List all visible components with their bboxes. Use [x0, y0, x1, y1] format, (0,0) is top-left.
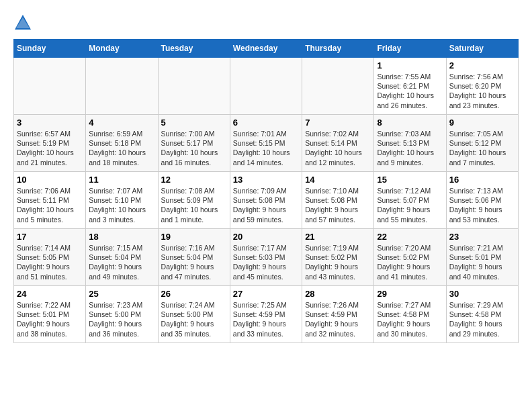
day-info: Sunrise: 6:59 AM Sunset: 5:18 PM Dayligh… — [89, 129, 154, 167]
day-number: 5 — [161, 118, 227, 128]
day-info: Sunrise: 7:26 AM Sunset: 4:59 PM Dayligh… — [305, 300, 371, 338]
day-info: Sunrise: 7:01 AM Sunset: 5:15 PM Dayligh… — [233, 129, 299, 167]
day-number: 27 — [233, 289, 299, 299]
day-of-week-header: Saturday — [446, 40, 518, 58]
day-info: Sunrise: 7:17 AM Sunset: 5:03 PM Dayligh… — [233, 243, 299, 281]
calendar-day-cell: 30Sunrise: 7:29 AM Sunset: 4:58 PM Dayli… — [446, 286, 518, 343]
calendar-week-row: 1Sunrise: 7:55 AM Sunset: 6:21 PM Daylig… — [14, 58, 519, 115]
calendar-day-cell — [230, 58, 302, 115]
calendar-day-cell: 15Sunrise: 7:12 AM Sunset: 5:07 PM Dayli… — [374, 172, 446, 229]
calendar-day-cell — [302, 58, 374, 115]
day-of-week-header: Wednesday — [230, 40, 302, 58]
day-info: Sunrise: 7:09 AM Sunset: 5:08 PM Dayligh… — [233, 186, 299, 224]
day-number: 2 — [449, 60, 515, 71]
day-number: 22 — [377, 232, 443, 242]
day-number: 18 — [89, 232, 154, 242]
day-info: Sunrise: 7:13 AM Sunset: 5:06 PM Dayligh… — [449, 186, 515, 224]
day-info: Sunrise: 7:08 AM Sunset: 5:09 PM Dayligh… — [161, 186, 227, 224]
day-info: Sunrise: 7:10 AM Sunset: 5:08 PM Dayligh… — [305, 186, 371, 224]
day-number: 26 — [161, 289, 227, 299]
logo-icon — [13, 13, 32, 32]
day-number: 15 — [377, 175, 443, 185]
calendar-day-cell: 9Sunrise: 7:05 AM Sunset: 5:12 PM Daylig… — [446, 115, 518, 172]
day-info: Sunrise: 7:16 AM Sunset: 5:04 PM Dayligh… — [161, 243, 227, 281]
day-info: Sunrise: 7:14 AM Sunset: 5:05 PM Dayligh… — [17, 243, 83, 281]
day-info: Sunrise: 7:24 AM Sunset: 5:00 PM Dayligh… — [161, 300, 227, 338]
logo — [13, 13, 35, 32]
calendar-day-cell: 4Sunrise: 6:59 AM Sunset: 5:18 PM Daylig… — [86, 115, 158, 172]
calendar-week-row: 24Sunrise: 7:22 AM Sunset: 5:01 PM Dayli… — [14, 286, 519, 343]
calendar-day-cell: 7Sunrise: 7:02 AM Sunset: 5:14 PM Daylig… — [302, 115, 374, 172]
day-info: Sunrise: 7:15 AM Sunset: 5:04 PM Dayligh… — [89, 243, 154, 281]
day-number: 17 — [17, 232, 83, 242]
day-number: 8 — [377, 118, 443, 128]
day-info: Sunrise: 7:25 AM Sunset: 4:59 PM Dayligh… — [233, 300, 299, 338]
day-info: Sunrise: 7:03 AM Sunset: 5:13 PM Dayligh… — [377, 129, 443, 167]
day-number: 1 — [377, 60, 443, 71]
day-number: 13 — [233, 175, 299, 185]
calendar-day-cell: 24Sunrise: 7:22 AM Sunset: 5:01 PM Dayli… — [14, 286, 86, 343]
day-info: Sunrise: 7:12 AM Sunset: 5:07 PM Dayligh… — [377, 186, 443, 224]
day-of-week-header: Monday — [86, 40, 158, 58]
day-number: 10 — [17, 175, 83, 185]
calendar-week-row: 10Sunrise: 7:06 AM Sunset: 5:11 PM Dayli… — [14, 172, 519, 229]
day-info: Sunrise: 7:19 AM Sunset: 5:02 PM Dayligh… — [305, 243, 371, 281]
calendar-day-cell — [158, 58, 230, 115]
day-number: 12 — [161, 175, 227, 185]
calendar-day-cell — [86, 58, 158, 115]
day-info: Sunrise: 7:56 AM Sunset: 6:20 PM Dayligh… — [449, 72, 515, 110]
day-info: Sunrise: 7:23 AM Sunset: 5:00 PM Dayligh… — [89, 300, 154, 338]
day-info: Sunrise: 7:07 AM Sunset: 5:10 PM Dayligh… — [89, 186, 154, 224]
calendar-day-cell: 13Sunrise: 7:09 AM Sunset: 5:08 PM Dayli… — [230, 172, 302, 229]
calendar-day-cell: 19Sunrise: 7:16 AM Sunset: 5:04 PM Dayli… — [158, 229, 230, 286]
day-info: Sunrise: 7:00 AM Sunset: 5:17 PM Dayligh… — [161, 129, 227, 167]
calendar-day-cell: 1Sunrise: 7:55 AM Sunset: 6:21 PM Daylig… — [374, 58, 446, 115]
day-info: Sunrise: 7:22 AM Sunset: 5:01 PM Dayligh… — [17, 300, 83, 338]
calendar-day-cell: 20Sunrise: 7:17 AM Sunset: 5:03 PM Dayli… — [230, 229, 302, 286]
svg-marker-1 — [16, 17, 30, 28]
calendar-day-cell: 8Sunrise: 7:03 AM Sunset: 5:13 PM Daylig… — [374, 115, 446, 172]
calendar-day-cell: 10Sunrise: 7:06 AM Sunset: 5:11 PM Dayli… — [14, 172, 86, 229]
calendar-day-cell: 5Sunrise: 7:00 AM Sunset: 5:17 PM Daylig… — [158, 115, 230, 172]
calendar-day-cell: 17Sunrise: 7:14 AM Sunset: 5:05 PM Dayli… — [14, 229, 86, 286]
day-info: Sunrise: 6:57 AM Sunset: 5:19 PM Dayligh… — [17, 129, 83, 167]
day-number: 30 — [449, 289, 515, 299]
calendar-day-cell: 12Sunrise: 7:08 AM Sunset: 5:09 PM Dayli… — [158, 172, 230, 229]
calendar-table: SundayMondayTuesdayWednesdayThursdayFrid… — [13, 39, 519, 343]
day-of-week-header: Friday — [374, 40, 446, 58]
day-number: 24 — [17, 289, 83, 299]
calendar-day-cell: 6Sunrise: 7:01 AM Sunset: 5:15 PM Daylig… — [230, 115, 302, 172]
day-number: 9 — [449, 118, 515, 128]
day-of-week-header: Thursday — [302, 40, 374, 58]
day-number: 14 — [305, 175, 371, 185]
day-number: 7 — [305, 118, 371, 128]
calendar-day-cell: 11Sunrise: 7:07 AM Sunset: 5:10 PM Dayli… — [86, 172, 158, 229]
calendar-day-cell: 25Sunrise: 7:23 AM Sunset: 5:00 PM Dayli… — [86, 286, 158, 343]
calendar-day-cell: 16Sunrise: 7:13 AM Sunset: 5:06 PM Dayli… — [446, 172, 518, 229]
calendar-day-cell: 21Sunrise: 7:19 AM Sunset: 5:02 PM Dayli… — [302, 229, 374, 286]
day-info: Sunrise: 7:02 AM Sunset: 5:14 PM Dayligh… — [305, 129, 371, 167]
calendar-week-row: 17Sunrise: 7:14 AM Sunset: 5:05 PM Dayli… — [14, 229, 519, 286]
page-header — [13, 13, 519, 32]
day-number: 3 — [17, 118, 83, 128]
calendar-day-cell: 22Sunrise: 7:20 AM Sunset: 5:02 PM Dayli… — [374, 229, 446, 286]
day-number: 6 — [233, 118, 299, 128]
day-number: 21 — [305, 232, 371, 242]
day-number: 23 — [449, 232, 515, 242]
calendar-day-cell — [14, 58, 86, 115]
day-number: 4 — [89, 118, 154, 128]
day-info: Sunrise: 7:20 AM Sunset: 5:02 PM Dayligh… — [377, 243, 443, 281]
day-of-week-header: Tuesday — [158, 40, 230, 58]
calendar-day-cell: 28Sunrise: 7:26 AM Sunset: 4:59 PM Dayli… — [302, 286, 374, 343]
day-number: 20 — [233, 232, 299, 242]
day-number: 19 — [161, 232, 227, 242]
calendar-day-cell: 29Sunrise: 7:27 AM Sunset: 4:58 PM Dayli… — [374, 286, 446, 343]
calendar-day-cell: 23Sunrise: 7:21 AM Sunset: 5:01 PM Dayli… — [446, 229, 518, 286]
day-info: Sunrise: 7:06 AM Sunset: 5:11 PM Dayligh… — [17, 186, 83, 224]
calendar-day-cell: 26Sunrise: 7:24 AM Sunset: 5:00 PM Dayli… — [158, 286, 230, 343]
calendar-day-cell: 14Sunrise: 7:10 AM Sunset: 5:08 PM Dayli… — [302, 172, 374, 229]
calendar-day-cell: 2Sunrise: 7:56 AM Sunset: 6:20 PM Daylig… — [446, 58, 518, 115]
calendar-day-cell: 3Sunrise: 6:57 AM Sunset: 5:19 PM Daylig… — [14, 115, 86, 172]
day-info: Sunrise: 7:29 AM Sunset: 4:58 PM Dayligh… — [449, 300, 515, 338]
calendar-week-row: 3Sunrise: 6:57 AM Sunset: 5:19 PM Daylig… — [14, 115, 519, 172]
